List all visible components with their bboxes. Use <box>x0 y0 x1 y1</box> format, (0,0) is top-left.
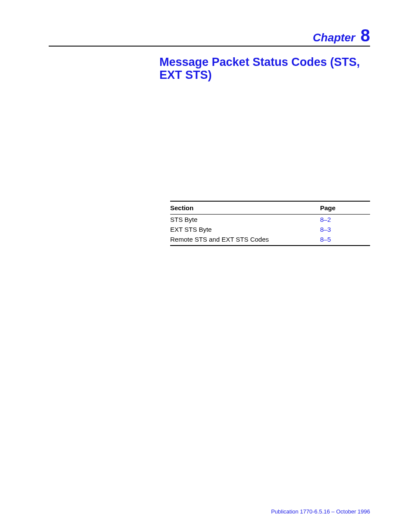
table-row: EXT STS Byte 8–3 <box>170 224 370 234</box>
table-row: Remote STS and EXT STS Codes 8–5 <box>170 234 370 246</box>
document-page: Chapter 8 Message Packet Status Codes (S… <box>0 0 411 532</box>
toc-page-link[interactable]: 8–5 <box>320 234 370 246</box>
toc-section: STS Byte <box>170 215 320 225</box>
toc-header-section: Section <box>170 201 320 215</box>
chapter-label: Chapter <box>313 31 355 44</box>
chapter-number: 8 <box>361 26 370 45</box>
horizontal-rule <box>49 46 370 47</box>
toc-header-page: Page <box>320 201 370 215</box>
toc-page-link[interactable]: 8–2 <box>320 215 370 225</box>
toc-table: Section Page STS Byte 8–2 EXT STS Byte 8… <box>170 201 370 246</box>
toc-section: EXT STS Byte <box>170 224 320 234</box>
page-title: Message Packet Status Codes (STS, EXT ST… <box>159 56 370 81</box>
table-of-contents: Section Page STS Byte 8–2 EXT STS Byte 8… <box>170 201 370 246</box>
publication-footer: Publication 1770-6.5.16 – October 1996 <box>271 508 370 515</box>
chapter-heading: Chapter 8 <box>313 26 370 45</box>
table-row: STS Byte 8–2 <box>170 215 370 225</box>
toc-section: Remote STS and EXT STS Codes <box>170 234 320 246</box>
toc-header-row: Section Page <box>170 201 370 215</box>
toc-page-link[interactable]: 8–3 <box>320 224 370 234</box>
